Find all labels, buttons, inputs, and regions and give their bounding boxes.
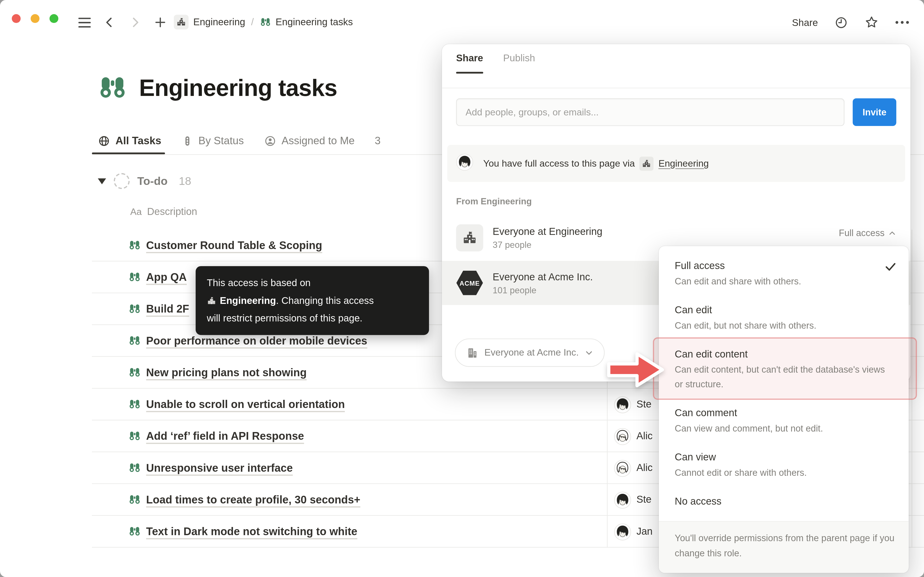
task-title[interactable]: New pricing plans not showing xyxy=(146,366,307,379)
menu-item-label: Full access xyxy=(675,258,894,273)
invite-input[interactable]: Add people, groups, or emails... xyxy=(456,98,845,126)
menu-item-description: Can edit content, but can't edit the dat… xyxy=(675,362,894,392)
dialog-tabs-divider xyxy=(442,88,911,88)
menu-item[interactable]: Full access Can edit and share with othe… xyxy=(659,251,909,295)
task-title[interactable]: Customer Round Table & Scoping xyxy=(146,239,322,252)
assignee-cell[interactable]: Alic xyxy=(614,452,653,484)
dialog-tab-share[interactable]: Share xyxy=(456,52,483,74)
menu-item-description: Can view and comment, but not edit. xyxy=(675,421,894,436)
dialog-tab-publish[interactable]: Publish xyxy=(503,52,535,74)
new-page-icon[interactable] xyxy=(154,16,167,29)
assignee-cell[interactable]: Alic xyxy=(614,421,653,452)
avatar xyxy=(614,492,631,508)
breadcrumb-parent[interactable]: Engineering xyxy=(193,16,245,28)
group-member-count: 37 people xyxy=(493,240,602,250)
breadcrumb: Engineering / Engineering tasks xyxy=(174,15,353,29)
section-label: From Engineering xyxy=(456,196,532,206)
binoculars-icon xyxy=(129,239,141,251)
zoom-window-button[interactable] xyxy=(50,14,58,23)
binoculars-icon xyxy=(129,493,141,506)
back-icon[interactable] xyxy=(103,16,116,29)
task-title[interactable]: Unable to scroll on vertical orientation xyxy=(146,398,345,411)
binoculars-icon xyxy=(129,334,141,347)
binoculars-icon xyxy=(129,271,141,283)
binoculars-icon xyxy=(260,16,271,28)
chevron-up-icon xyxy=(888,229,897,237)
task-title[interactable]: Build 2F xyxy=(146,303,189,316)
menu-item-label: Can view xyxy=(675,450,894,464)
task-title[interactable]: Text in Dark mode not switching to white xyxy=(146,525,357,538)
avatar xyxy=(614,428,631,445)
clock-icon[interactable] xyxy=(835,16,848,29)
group-name: Everyone at Engineering xyxy=(493,226,602,238)
avatar xyxy=(614,523,631,540)
tab-all-tasks[interactable]: All Tasks xyxy=(98,127,162,154)
avatar xyxy=(614,396,631,413)
tab-truncated[interactable]: 3 xyxy=(375,127,381,154)
avatar xyxy=(614,459,631,477)
school-icon xyxy=(174,15,188,29)
binoculars-icon xyxy=(129,430,141,442)
view-tabs: All Tasks By Status Assigned to Me 3 xyxy=(92,127,381,154)
assignee-name: Ste xyxy=(636,494,652,506)
page-title: Engineering tasks xyxy=(139,74,337,101)
school-icon xyxy=(640,156,654,171)
page-binoculars-icon[interactable] xyxy=(98,73,127,102)
menu-item[interactable]: Can edit Can edit, but not share with ot… xyxy=(659,295,909,339)
binoculars-icon xyxy=(129,303,141,315)
menu-item[interactable]: Can edit content Can edit content, but c… xyxy=(659,339,909,398)
invite-button[interactable]: Invite xyxy=(853,98,897,126)
tab-by-status[interactable]: By Status xyxy=(181,127,244,154)
collapse-triangle-icon[interactable] xyxy=(98,178,106,184)
text-type-icon: Aa xyxy=(130,207,142,218)
favorite-star-icon[interactable] xyxy=(864,15,879,29)
assignee-name: Jan xyxy=(636,526,653,538)
chevron-down-icon xyxy=(585,348,594,357)
menu-item[interactable]: Can comment Can view and comment, but no… xyxy=(659,398,909,442)
menu-item[interactable]: Can view Cannot edit or share with other… xyxy=(659,442,909,486)
menu-item-description: Cannot edit or share with others. xyxy=(675,465,894,480)
task-title[interactable]: Unresponsive user interface xyxy=(146,461,292,474)
access-tooltip: This access is based on Engineering. Cha… xyxy=(195,266,429,335)
menu-item-label: Can edit xyxy=(675,303,894,318)
assignee-name: Ste xyxy=(636,399,652,410)
group-count: 18 xyxy=(179,174,191,187)
access-banner: You have full access to this page via En… xyxy=(447,145,905,182)
role-menu: Full access Can edit and share with othe… xyxy=(659,246,909,573)
menu-item-description: Can edit and share with others. xyxy=(675,274,894,288)
menu-item-label: Can comment xyxy=(675,406,894,420)
sidebar-toggle-icon[interactable] xyxy=(78,16,91,29)
scope-select-value: Everyone at Acme Inc. xyxy=(485,347,579,358)
close-window-button[interactable] xyxy=(12,14,21,23)
breadcrumb-separator: / xyxy=(250,16,255,28)
engineering-page-link[interactable]: Engineering xyxy=(658,158,709,169)
assignee-cell[interactable]: Ste xyxy=(614,484,652,516)
share-button[interactable]: Share xyxy=(792,17,818,28)
more-options-icon[interactable] xyxy=(895,21,909,24)
task-title[interactable]: Poor performance on older mobile devices xyxy=(146,334,367,347)
forward-icon[interactable] xyxy=(129,16,142,29)
scope-select[interactable]: Everyone at Acme Inc. xyxy=(455,338,605,367)
window-controls xyxy=(12,14,58,23)
task-title[interactable]: App QA xyxy=(146,271,187,284)
todo-status-icon xyxy=(114,173,130,189)
binoculars-icon xyxy=(129,525,141,537)
assignee-name: Alic xyxy=(636,462,653,474)
screenshot-root: Engineering / Engineering tasks Share En… xyxy=(0,0,924,577)
menu-item-label: Can edit content xyxy=(675,347,894,361)
role-selector[interactable]: Full access xyxy=(839,228,897,239)
menu-item[interactable]: No access xyxy=(659,486,909,515)
assignee-cell[interactable]: Ste xyxy=(614,388,652,420)
column-header[interactable]: Aa Description xyxy=(130,206,197,218)
tab-assigned-to-me[interactable]: Assigned to Me xyxy=(264,127,355,154)
binoculars-icon xyxy=(129,462,141,474)
check-icon xyxy=(884,260,897,273)
notion-window: Engineering / Engineering tasks Share En… xyxy=(0,0,924,577)
group-name[interactable]: To-do xyxy=(137,174,168,187)
task-title[interactable]: Add ‘ref’ field in API Response xyxy=(146,430,304,443)
task-title[interactable]: Load times to create profile, 30 seconds… xyxy=(146,493,360,506)
acme-logo: ACME xyxy=(456,270,483,296)
minimize-window-button[interactable] xyxy=(31,14,39,23)
assignee-cell[interactable]: Jan xyxy=(614,516,653,548)
breadcrumb-page[interactable]: Engineering tasks xyxy=(276,16,353,28)
